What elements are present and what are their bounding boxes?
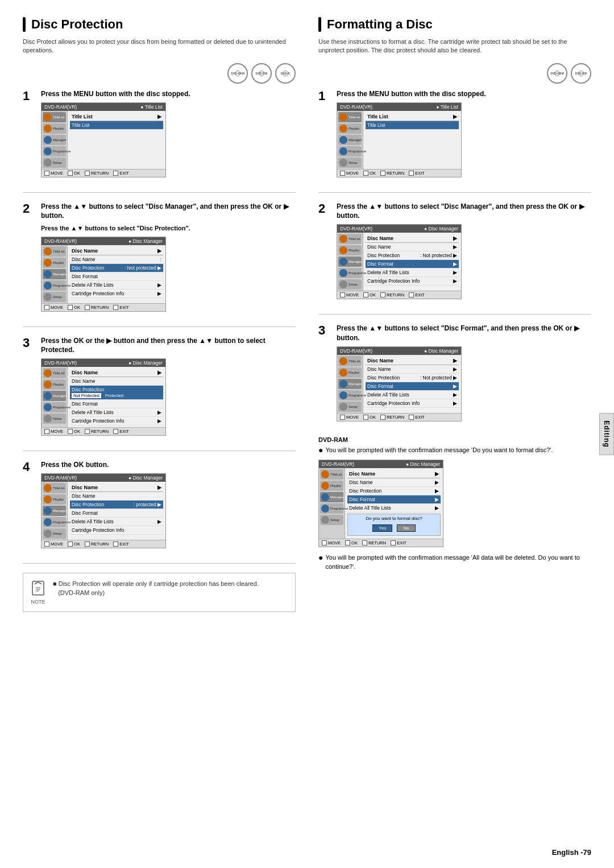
svg-rect-0 [32,581,44,595]
step-number-2-right: 2 [318,202,331,305]
screen-footer-1l: MOVE OK RETURN EXIT [42,169,165,177]
disc-protection-section: Disc Protection Disc Protect allows you … [23,17,296,612]
confirm-dialog: Do you want to format disc? Yes No [347,514,441,536]
sidebar-setup-3l: Setup [43,414,66,424]
dvd-ram-note-section: DVD-RAM ● You will be prompted with the … [318,436,591,572]
menu-deletetitles-2r: Delete All Title Lists ▶ [366,268,459,277]
sidebar-titlelist-3l: TitleList [43,368,66,378]
menu-discformat-3r: Disc Format ▶ [366,382,459,391]
step-2-left-subtext: Press the ▲▼ buttons to select "Disc Pro… [41,224,296,233]
step-1-left: 1 Press the MENU button with the disc st… [23,89,296,183]
sidebar-titlelist-1r: TitleList [338,112,362,122]
sidebar-playlist-3l: Playlist [43,379,66,390]
menu-discprotect-3r: Disc Protection : Not protected ▶ [366,374,459,382]
screen-mockup-3-left: DVD-RAM(VR) ● Disc Manager TitleList Pla… [41,358,166,436]
formatting-desc: Use these instructions to format a disc.… [318,38,591,55]
bullet-1: ● You will be prompted with the confirma… [318,445,591,455]
menu-discname-2r: Disc Name ▶ [366,243,459,251]
screen-mockup-3-right: DVD-RAM(VR) ● Disc Manager TitleList Pla… [337,346,462,421]
menu-deletetitles-2l: Delete All Title Lists ▶ [70,281,163,290]
screen-mockup-4-left: DVD-RAM(VR) ● Disc Manager TitleList Pla… [41,473,166,548]
menu-discformat-3l: Disc Format [70,400,163,408]
step-number-4-left: 4 [23,460,35,554]
screen-footer-4l: MOVE OK RETURN EXIT [42,540,165,548]
screen-3l-header-left: DVD-RAM(VR) [44,360,77,366]
screen-mockup-1-left: DVD-RAM(VR) ● Title List TitleList Playl… [41,102,166,177]
step-number-3-right: 3 [318,324,331,427]
screen-mockup-2-right: DVD-RAM(VR) ● Disc Manager TitleList Pla… [337,224,462,299]
menu-discformat-cr: Disc Format ▶ [347,495,441,504]
screen-4l-header-right: ● Disc Manager [128,475,163,481]
step-4-left: 4 Press the OK button. DVD-RAM(VR) ● Dis… [23,460,296,554]
menu-discprotect-4l: Disc Protection : protected ▶ [70,501,163,509]
yes-button[interactable]: Yes [372,524,392,532]
menu-cartridge-4l: Cartridge Protection Info [70,526,163,535]
no-button[interactable]: No [397,524,415,532]
screen-mockup-1-right: DVD-RAM(VR) ● Title List TitleList Playl… [337,102,462,177]
screen-3r-header-right: ● Disc Manager [424,348,458,354]
sidebar-playlist-2r: Playlist [338,245,362,255]
menu-discformat-2l: Disc Format [70,272,163,281]
screen-2r-header-left: DVD-RAM(VR) [340,226,372,232]
sidebar-titlelist-1l: TitleList [43,112,66,122]
sidebar-playlist-cr: Playlist [320,481,343,491]
menu-discname-3r: Disc Name ▶ [366,365,459,374]
screen-confirm-header-right: ● Disc Manager [406,461,440,467]
sidebar-manager-3l: Manager [43,391,66,401]
sidebar-titlelist-2r: TitleList [338,234,362,244]
screen-3r-header-left: DVD-RAM(VR) [340,348,372,354]
dvd-rw-icon: DVD-RW [251,63,272,84]
sidebar-manager-2r: Manager [338,257,362,267]
step-number-1-right: 1 [318,89,331,183]
menu-title-cr: Disc Name▶ [347,470,441,478]
screen-1-left-header-left: DVD-RAM(VR) [44,104,77,110]
dvd-ram-icon: DVD-RAM [227,63,248,84]
sidebar-manager-1l: Manager [43,135,66,145]
menu-title-3l: Disc Name▶ [70,369,163,377]
note-label: NOTE [31,598,45,606]
menu-discformat-2r: Disc Format ▶ [366,260,459,268]
screen-footer-2r: MOVE OK RETURN EXIT [337,291,461,299]
sidebar-setup-2r: Setup [338,279,362,290]
sidebar-playlist-3r: Playlist [338,367,362,378]
step-2-left-text: Press the ▲▼ buttons to select "Disc Man… [41,202,296,221]
sidebar-prog-2r: Programme [338,268,362,278]
formatting-title: Formatting a Disc [318,17,591,32]
menu-cartridge-3l: Cartridge Protection Info ▶ [70,417,163,425]
dvd-ram-icon-right: DVD-RAM [547,63,567,84]
screen-mockup-2-left: DVD-RAM(VR) ● Disc Manager TitleList Pla… [41,237,166,312]
menu-title-3r: Disc Name▶ [366,357,459,365]
menu-discprotect-cr: Disc Protection ▶ [347,487,441,495]
step-number-1-left: 1 [23,89,35,183]
step-number-2-left: 2 [23,202,35,317]
menu-deletetitles-4l: Delete All Title Lists ▶ [70,518,163,526]
disc-icons-left: DVD-RAM DVD-RW DVD-R [23,63,296,84]
screen-footer-1r: MOVE OK RETURN EXIT [337,169,461,177]
menu-title-1r: Title List▶ [366,113,459,121]
sidebar-manager-cr: Manager [320,492,343,502]
step-3-right: 3 Press the ▲▼ buttons to select "Disc F… [318,324,591,427]
screen-4l-header-left: DVD-RAM(VR) [44,475,77,481]
sidebar-prog-cr: Programme [320,503,343,514]
menu-title-4l: Disc Name▶ [70,483,163,492]
sidebar-titlelist-3r: TitleList [338,356,362,366]
menu-item-titlelist-1l: Title List [70,121,163,130]
dvd-r-icon: DVD-R [275,63,296,84]
step-3-left: 3 Press the OK or the ▶ button and then … [23,336,296,442]
sidebar-prog-3l: Programme [43,402,66,412]
menu-cartridge-3r: Cartridge Protection Info ▶ [366,399,459,408]
sidebar-manager-4l: Manager [43,506,66,516]
sidebar-titlelist-4l: TitleList [43,483,66,493]
screen-footer-3r: MOVE OK RETURN EXIT [337,413,461,421]
screen-2l-header-right: ● Disc Manager [128,238,163,244]
screen-3l-header-right: ● Disc Manager [128,360,163,366]
editing-tab: Editing [599,413,614,455]
sidebar-setup-1r: Setup [338,158,362,168]
disc-protection-desc: Disc Protect allows you to protect your … [23,38,296,55]
disc-icons-right: DVD-RAM DVD-RW [318,63,591,84]
sidebar-setup-2l: Setup [43,292,66,302]
dvd-ram-label: DVD-RAM [318,436,591,443]
screen-footer-2l: MOVE OK RETURN EXIT [42,303,165,311]
screen-2r-header-right: ● Disc Manager [424,226,458,232]
note-text: ■ Disc Protection will operate only if c… [53,579,259,606]
